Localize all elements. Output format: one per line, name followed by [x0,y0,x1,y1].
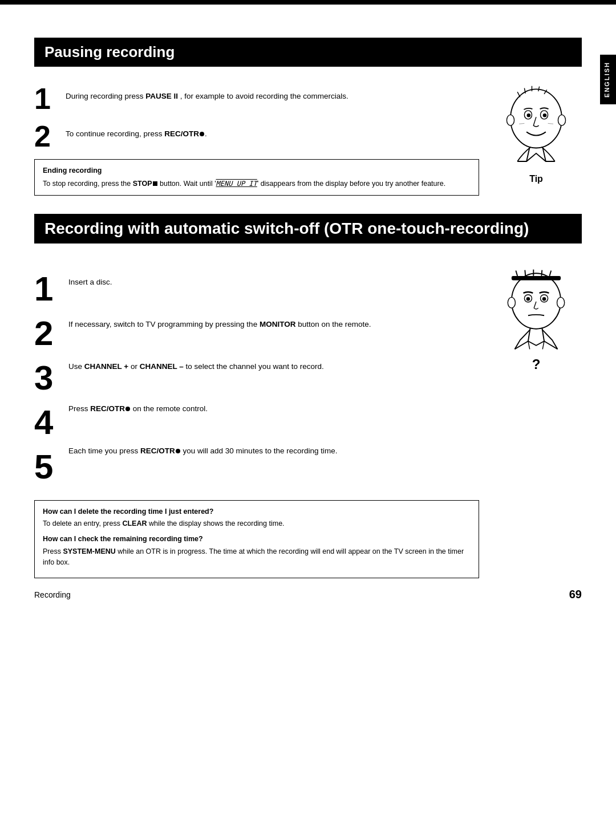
big-num-5: 5 [34,450,68,484]
tip-title: Ending recording [43,165,471,176]
faq-a2: Press SYSTEM-MENU while an OTR is in pro… [43,546,471,568]
faq-box: How can I delete the recording time I ju… [34,500,479,579]
section1-step1: 1 During recording press PAUSE II , for … [34,84,479,113]
face-illustration-2 [496,266,576,352]
page-footer: Recording 69 [34,588,582,601]
rec-bullet-3 [176,449,180,453]
section2-header: Recording with automatic switch-off (OTR… [34,214,582,244]
svg-line-21 [541,270,542,275]
faq-q1: How can I delete the recording time I ju… [43,506,471,517]
section1-content: 1 During recording press PAUSE II , for … [34,84,582,196]
section1-step2: 2 To continue recording, press REC/OTR. [34,121,479,151]
section1-header: Pausing recording [34,38,582,67]
faq-q2: How can I check the remaining recording … [43,534,471,545]
svg-point-27 [508,297,515,308]
svg-point-0 [510,89,562,148]
svg-rect-17 [512,275,561,280]
face-illustration-1 [496,84,576,169]
svg-point-16 [512,273,561,329]
step-rows: 1 2 3 4 5 Insert a disc. If necessary [34,272,479,494]
svg-line-18 [516,270,517,275]
svg-point-10 [506,115,514,125]
step2-text: To continue recording, press REC/OTR. [66,121,207,140]
english-side-tab: ENGLISH [600,55,616,104]
section2-step1: Insert a disc. [68,277,479,311]
section2-steps: 1 2 3 4 5 Insert a disc. If necessary [34,266,479,579]
section1-illustration: Tip [491,84,582,196]
svg-point-28 [557,297,565,308]
menu-text: MENU UP IT [216,180,257,188]
section1-steps: 1 During recording press PAUSE II , for … [34,84,479,196]
svg-point-25 [526,297,530,301]
section2: Recording with automatic switch-off (OTR… [34,214,582,579]
tip-label: Tip [529,174,543,184]
big-num-1: 1 [34,272,68,306]
section2-title: Recording with automatic switch-off (OTR… [44,220,572,238]
svg-point-26 [542,297,546,301]
svg-point-8 [527,113,531,117]
footer-section-label: Recording [34,590,71,599]
svg-point-11 [558,115,565,125]
svg-point-9 [543,113,547,117]
big-num-2: 2 [34,316,68,351]
steps-text-col: Insert a disc. If necessary, switch to T… [68,272,479,494]
section2-content: 1 2 3 4 5 Insert a disc. If necessary [34,266,582,579]
big-num-4: 4 [34,405,68,440]
rec-bullet-2 [125,407,130,411]
svg-line-22 [549,270,551,275]
big-num-3: 3 [34,361,68,395]
section2-step3: Use CHANNEL + or CHANNEL – to select the… [68,361,479,395]
page-number: 69 [569,588,582,601]
section2-step5: Each time you press REC/OTR you will add… [68,445,479,480]
tip-content: To stop recording, press the STOP button… [43,178,471,189]
step1-text: During recording press PAUSE II , for ex… [66,84,348,102]
section2-illustration: ? [491,266,582,579]
step-numbers-col: 1 2 3 4 5 [34,272,68,494]
section2-step4: Press REC/OTR on the remote control. [68,403,479,437]
faq-a1: To delete an entry, press CLEAR while th… [43,518,471,529]
step-number-1: 1 [34,84,66,113]
stop-icon [153,181,157,186]
step-number-2: 2 [34,121,66,151]
top-bar [0,0,616,5]
tip-box: Ending recording To stop recording, pres… [34,159,479,196]
question-mark: ? [532,356,541,372]
section1-title: Pausing recording [44,43,572,61]
svg-line-19 [525,270,525,275]
rec-bullet [200,132,204,136]
section2-step2: If necessary, switch to TV programming b… [68,319,479,353]
